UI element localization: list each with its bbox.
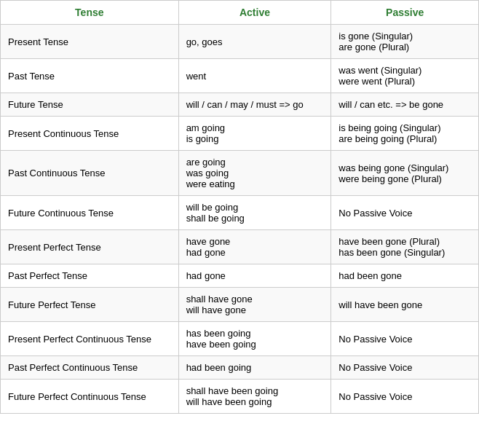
cell-tense: Present Perfect Tense — [1, 230, 179, 264]
cell-active: went — [178, 59, 331, 93]
cell-passive: will have been gone — [331, 288, 479, 322]
cell-tense: Future Tense — [1, 93, 179, 117]
cell-tense: Past Continuous Tense — [1, 151, 179, 196]
table-row: Future Continuous Tensewill be goingshal… — [1, 196, 479, 230]
cell-passive: No Passive Voice — [331, 380, 479, 414]
cell-passive: No Passive Voice — [331, 322, 479, 356]
cell-tense: Present Perfect Continuous Tense — [1, 322, 179, 356]
cell-passive: was went (Singular)were went (Plural) — [331, 59, 479, 93]
cell-tense: Present Tense — [1, 25, 179, 59]
cell-active: had been going — [178, 356, 331, 380]
cell-passive: had been gone — [331, 264, 479, 288]
table-row: Future Perfect Continuous Tenseshall hav… — [1, 380, 479, 414]
header-tense: Tense — [1, 1, 179, 25]
cell-tense: Future Continuous Tense — [1, 196, 179, 230]
cell-active: am goingis going — [178, 117, 331, 151]
cell-passive: will / can etc. => be gone — [331, 93, 479, 117]
cell-passive: have been gone (Plural)has been gone (Si… — [331, 230, 479, 264]
table-row: Future Perfect Tenseshall have gonewill … — [1, 288, 479, 322]
table-row: Future Tensewill / can / may / must => g… — [1, 93, 479, 117]
table-row: Present Perfect Continuous Tensehas been… — [1, 322, 479, 356]
cell-active: are goingwas goingwere eating — [178, 151, 331, 196]
cell-tense: Future Perfect Tense — [1, 288, 179, 322]
table-row: Present Tensego, goesis gone (Singular)a… — [1, 25, 479, 59]
cell-tense: Past Tense — [1, 59, 179, 93]
cell-tense: Past Perfect Continuous Tense — [1, 356, 179, 380]
cell-tense: Past Perfect Tense — [1, 264, 179, 288]
table-row: Past Perfect Continuous Tensehad been go… — [1, 356, 479, 380]
table-row: Present Perfect Tensehave gonehad goneha… — [1, 230, 479, 264]
table-row: Past Continuous Tenseare goingwas goingw… — [1, 151, 479, 196]
tense-table: Tense Active Passive Present Tensego, go… — [0, 0, 479, 414]
cell-active: shall have gonewill have gone — [178, 288, 331, 322]
cell-active: will / can / may / must => go — [178, 93, 331, 117]
cell-tense: Future Perfect Continuous Tense — [1, 380, 179, 414]
cell-passive: is gone (Singular)are gone (Plural) — [331, 25, 479, 59]
cell-active: go, goes — [178, 25, 331, 59]
header-passive: Passive — [331, 1, 479, 25]
cell-active: had gone — [178, 264, 331, 288]
cell-tense: Present Continuous Tense — [1, 117, 179, 151]
cell-passive: is being going (Singular)are being going… — [331, 117, 479, 151]
cell-active: have gonehad gone — [178, 230, 331, 264]
cell-passive: was being gone (Singular)were being gone… — [331, 151, 479, 196]
cell-active: has been goinghave been going — [178, 322, 331, 356]
table-row: Present Continuous Tenseam goingis going… — [1, 117, 479, 151]
header-active: Active — [178, 1, 331, 25]
table-row: Past Perfect Tensehad gonehad been gone — [1, 264, 479, 288]
cell-active: shall have been goingwill have been goin… — [178, 380, 331, 414]
cell-passive: No Passive Voice — [331, 196, 479, 230]
cell-passive: No Passive Voice — [331, 356, 479, 380]
cell-active: will be goingshall be going — [178, 196, 331, 230]
table-row: Past Tensewentwas went (Singular)were we… — [1, 59, 479, 93]
